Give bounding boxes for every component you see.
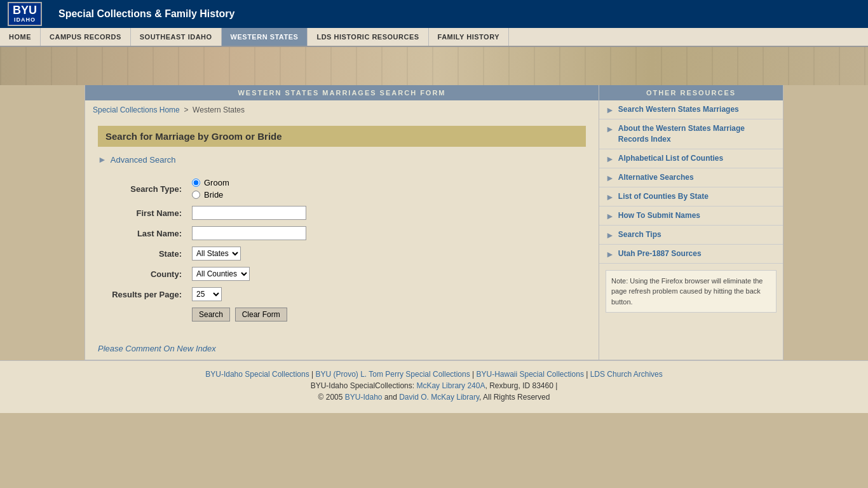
nav-item-southeast-idaho[interactable]: SOUTHEAST IDAHO: [131, 28, 222, 46]
state-row: State: All States: [98, 243, 586, 264]
nav-item-family-history[interactable]: FAMILY HISTORY: [429, 28, 509, 46]
state-label: State:: [98, 243, 187, 264]
note-box: Note: Using the Firefox browser will eli…: [606, 270, 776, 313]
resource-item-5: ► How To Submit Names: [599, 207, 783, 226]
header: BYU IDAHO Special Collections & Family H…: [0, 0, 868, 28]
form-table: Search Type: Groom Bride: [98, 175, 586, 325]
results-label: Results per Page:: [98, 284, 187, 304]
last-name-label: Last Name:: [98, 223, 187, 243]
resource-item-7: ► Utah Pre-1887 Sources: [599, 245, 783, 264]
resource-item-3: ► Alternative Searches: [599, 168, 783, 187]
footer-copyright: © 2005 BYU-Idaho and David O. McKay Libr…: [9, 393, 859, 402]
state-select[interactable]: All States: [192, 247, 241, 261]
breadcrumb-separator: >: [184, 105, 188, 114]
resource-link-6[interactable]: Search Tips: [618, 229, 661, 240]
breadcrumb-home-link[interactable]: Special Collections Home: [93, 105, 180, 114]
resource-arrow-icon-1: ►: [606, 124, 614, 134]
right-section-header: OTHER RESOURCES: [599, 85, 783, 100]
county-label: County:: [98, 264, 187, 284]
last-name-row: Last Name:: [98, 223, 586, 243]
site-title: Special Collections & Family History: [58, 8, 234, 20]
resource-link-4[interactable]: List of Counties By State: [618, 191, 709, 202]
idaho-text: IDAHO: [13, 17, 37, 24]
resource-arrow-icon-3: ►: [606, 173, 614, 183]
groom-radio[interactable]: [192, 179, 200, 187]
hero-image: [0, 47, 868, 85]
resource-item-6: ► Search Tips: [599, 226, 783, 245]
advanced-search-arrow-icon: ►: [98, 154, 107, 165]
first-name-label: First Name:: [98, 203, 187, 223]
resource-link-2[interactable]: Alphabetical List of Counties: [618, 153, 723, 164]
resource-arrow-icon-2: ►: [606, 154, 614, 164]
main-nav: HOMECAMPUS RECORDSSOUTHEAST IDAHOWESTERN…: [0, 28, 868, 47]
advanced-search-row: ► Advanced Search: [98, 154, 586, 165]
bride-radio-label[interactable]: Bride: [192, 190, 581, 200]
nav-item-campus-records[interactable]: CAMPUS RECORDS: [41, 28, 131, 46]
footer-link-byuidaho[interactable]: BYU-Idaho Special Collections: [205, 370, 309, 379]
resource-item-2: ► Alphabetical List of Counties: [599, 149, 783, 168]
footer-link-lds[interactable]: LDS Church Archives: [590, 370, 663, 379]
first-name-row: First Name:: [98, 203, 586, 223]
footer-link-byuprovo[interactable]: BYU (Provo) L. Tom Perry Special Collect…: [315, 370, 470, 379]
left-section-header: WESTERN STATES MARRIAGES SEARCH FORM: [85, 85, 599, 100]
last-name-input[interactable]: [192, 226, 306, 240]
form-title: Search for Marriage by Groom or Bride: [98, 126, 586, 147]
comment-link[interactable]: Please Comment On New Index: [98, 344, 216, 353]
resource-link-1[interactable]: About the Western States Marriage Record…: [618, 123, 776, 145]
search-type-row: Search Type: Groom Bride: [98, 175, 586, 203]
byu-text: BYU: [13, 4, 37, 17]
advanced-search-link[interactable]: Advanced Search: [111, 155, 176, 165]
footer-links-row: BYU-Idaho Special Collections | BYU (Pro…: [9, 370, 859, 379]
search-type-radio-group: Groom Bride: [192, 178, 581, 200]
resources-list: ► Search Western States Marriages ► Abou…: [599, 100, 783, 264]
resource-item-1: ► About the Western States Marriage Reco…: [599, 119, 783, 149]
resource-link-5[interactable]: How To Submit Names: [618, 210, 700, 221]
footer-link-byuhawaii[interactable]: BYU-Hawaii Special Collections: [476, 370, 583, 379]
resource-link-3[interactable]: Alternative Searches: [618, 172, 694, 183]
bride-radio[interactable]: [192, 191, 200, 199]
county-row: County: All Counties: [98, 264, 586, 284]
breadcrumb: Special Collections Home > Western State…: [85, 100, 599, 119]
resource-item-0: ► Search Western States Marriages: [599, 100, 783, 119]
groom-radio-label[interactable]: Groom: [192, 178, 581, 187]
byu-logo-box: BYU IDAHO: [8, 2, 42, 26]
resource-arrow-icon-6: ►: [606, 230, 614, 240]
resource-link-0[interactable]: Search Western States Marriages: [618, 104, 739, 115]
comment-link-row: Please Comment On New Index: [85, 337, 599, 360]
byu-logo: BYU IDAHO: [8, 2, 42, 26]
county-select[interactable]: All Counties: [192, 267, 250, 281]
button-row: Search Clear Form: [98, 304, 586, 325]
search-button[interactable]: Search: [192, 308, 230, 322]
clear-button[interactable]: Clear Form: [235, 308, 287, 322]
main-content: WESTERN STATES MARRIAGES SEARCH FORM Spe…: [85, 85, 783, 360]
footer-byuidaho-link[interactable]: BYU-Idaho: [345, 393, 383, 402]
resource-arrow-icon-7: ►: [606, 249, 614, 259]
nav-item-western-states[interactable]: WESTERN STATES: [222, 28, 308, 46]
results-row: Results per Page: 102550100: [98, 284, 586, 304]
resource-arrow-icon-5: ►: [606, 211, 614, 221]
resource-link-7[interactable]: Utah Pre-1887 Sources: [618, 248, 702, 259]
search-form: Search Type: Groom Bride: [98, 175, 586, 325]
footer-address: BYU-Idaho SpecialCollections: McKay Libr…: [9, 381, 859, 390]
resource-item-4: ► List of Counties By State: [599, 187, 783, 207]
resource-arrow-icon-0: ►: [606, 105, 614, 115]
groom-label: Groom: [204, 178, 229, 187]
breadcrumb-current: Western States: [193, 105, 245, 114]
bride-label: Bride: [204, 190, 223, 200]
results-select[interactable]: 102550100: [192, 287, 222, 301]
first-name-input[interactable]: [192, 206, 306, 220]
nav-item-home[interactable]: HOME: [0, 28, 41, 46]
nav-item-lds-historic-resources[interactable]: LDS HISTORIC RESOURCES: [308, 28, 428, 46]
right-panel: OTHER RESOURCES ► Search Western States …: [599, 85, 783, 360]
search-type-label: Search Type:: [98, 175, 187, 203]
left-panel: WESTERN STATES MARRIAGES SEARCH FORM Spe…: [85, 85, 599, 360]
footer-mckay-link[interactable]: David O. McKay Library: [399, 393, 479, 402]
footer: BYU-Idaho Special Collections | BYU (Pro…: [0, 360, 868, 413]
form-container: Search for Marriage by Groom or Bride ► …: [85, 119, 599, 337]
footer-library-link[interactable]: McKay Library 240A: [416, 381, 485, 390]
resource-arrow-icon-4: ►: [606, 192, 614, 202]
